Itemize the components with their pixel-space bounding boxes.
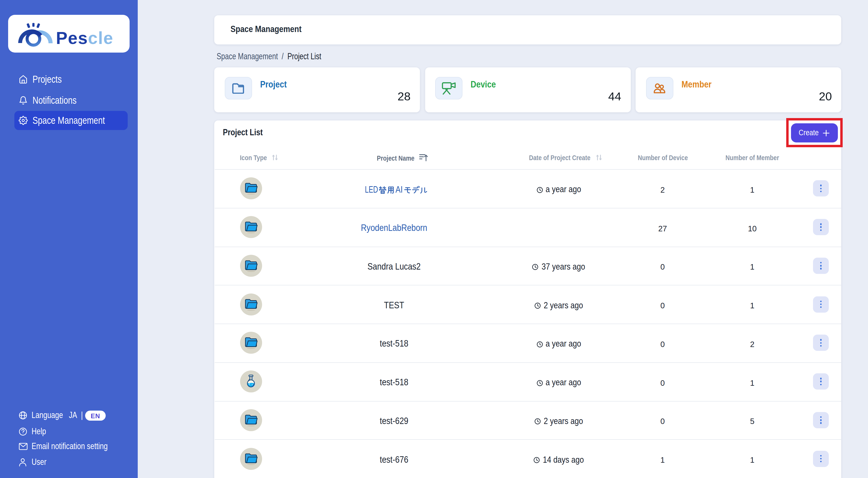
svg-text:AI: AI (396, 185, 403, 195)
svg-text:Pescle: Pescle (56, 28, 113, 47)
svg-text:LED: LED (365, 185, 378, 195)
